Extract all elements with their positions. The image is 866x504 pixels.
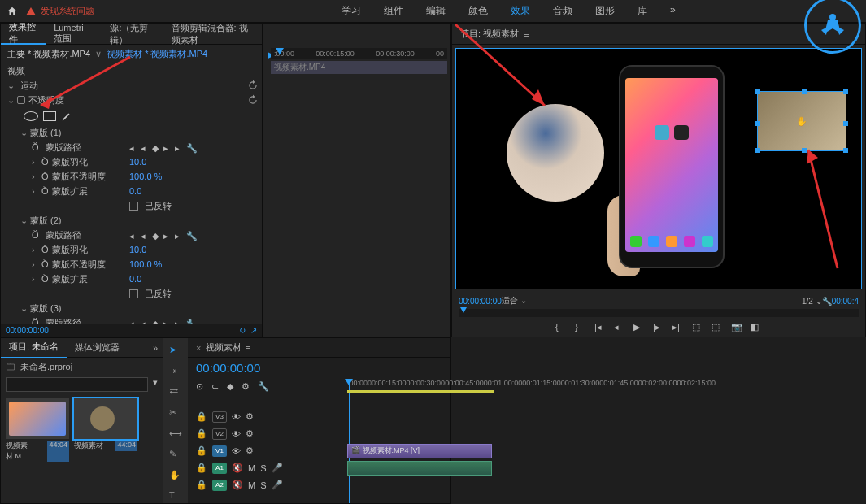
ws-learn[interactable]: 学习 — [342, 4, 361, 18]
timeline-timecode[interactable]: 00:00:00:00 — [188, 358, 450, 378]
rect-mask-icon[interactable] — [43, 111, 56, 121]
extract-icon[interactable]: ⬚ — [712, 322, 723, 333]
tab-effect-controls[interactable]: 效果控件 — [1, 24, 46, 45]
search-input[interactable] — [6, 377, 148, 392]
mask-1-path[interactable]: Ŏ蒙版路径◂◂◆▸▸🔧 — [1, 140, 262, 154]
track-a1[interactable]: 🔒A1🔇MS🎤 — [196, 459, 447, 476]
mask-3[interactable]: ⌄蒙版 (3) — [1, 301, 262, 315]
program-timecode[interactable]: 00:00:00:00 — [459, 297, 502, 306]
program-canvas[interactable]: ✋ — [455, 48, 862, 289]
effects-timecode[interactable]: 00:00:00:00 — [6, 326, 49, 335]
mark-out-icon[interactable]: } — [575, 322, 586, 333]
tab-lumetri[interactable]: Lumetri 范围 — [46, 24, 102, 45]
export-icon[interactable]: ↗ — [250, 326, 257, 335]
fx-toggle[interactable] — [17, 96, 25, 104]
track-v2[interactable]: 🔒V2👁⚙ — [196, 425, 447, 442]
system-warning[interactable]: 发现系统问题 — [26, 5, 94, 17]
work-area-bar[interactable] — [347, 390, 494, 393]
mask-2-expand[interactable]: ›Ŏ蒙版扩展0.0 — [1, 272, 262, 286]
ws-graphics[interactable]: 图形 — [595, 4, 615, 18]
reset-icon[interactable] — [247, 94, 259, 106]
slip-tool-icon[interactable]: ⟷ — [169, 428, 182, 441]
motion-effect[interactable]: ⌄运动 — [1, 78, 262, 93]
track-select-tool-icon[interactable]: ⇥ — [169, 366, 182, 379]
snap-icon[interactable]: ⊙ — [196, 381, 203, 392]
mask-3-path[interactable]: Ŏ蒙版路径◂◂◆▸▸🔧 — [1, 315, 262, 324]
step-back-icon[interactable]: ◂| — [614, 322, 625, 333]
ws-assembly[interactable]: 组件 — [384, 4, 403, 18]
filter-icon[interactable]: ▾ — [153, 377, 158, 392]
step-fwd-icon[interactable]: |▸ — [653, 322, 664, 333]
kf-clip-bar[interactable]: 视频素材.MP4 — [271, 61, 447, 74]
mask-2-path[interactable]: Ŏ蒙版路径◂◂◆▸▸🔧 — [1, 228, 262, 242]
export-frame-icon[interactable]: 📷 — [731, 322, 742, 333]
hand-cursor-icon: ✋ — [796, 116, 807, 127]
audio-clip[interactable] — [347, 461, 492, 476]
wrench-icon[interactable]: 🔧 — [822, 297, 832, 306]
warning-text: 发现系统问题 — [41, 5, 94, 17]
reset-icon[interactable] — [247, 80, 259, 91]
track-a2[interactable]: 🔒A2🔇MS🎤 — [196, 476, 447, 493]
tab-source[interactable]: 源:（无剪辑） — [102, 24, 163, 45]
keyframe-nav[interactable]: ◂◂◆▸▸🔧 — [129, 231, 194, 239]
ws-edit[interactable]: 编辑 — [426, 4, 446, 18]
mask-1-expand[interactable]: ›Ŏ蒙版扩展0.0 — [1, 184, 262, 198]
ws-audio[interactable]: 音频 — [553, 4, 572, 18]
rect-mask-selection[interactable]: ✋ — [757, 91, 846, 151]
svg-point-0 — [829, 14, 836, 20]
program-monitor: 节目: 视频素材≡ ✋ 00:00:00:00 适合 ⌄ 1/2 ⌄ 🔧 00:… — [451, 23, 866, 337]
mark-in-icon[interactable]: { — [555, 322, 567, 333]
mask-2-opacity[interactable]: ›Ŏ蒙版不透明度100.0 % — [1, 257, 262, 272]
marker-icon[interactable]: ◆ — [227, 381, 233, 392]
home-icon[interactable] — [7, 6, 18, 17]
go-out-icon[interactable]: ▸| — [672, 322, 684, 333]
type-tool-icon[interactable]: T — [169, 490, 182, 503]
ellipse-mask-icon[interactable] — [24, 111, 38, 121]
overflow-icon[interactable]: » — [153, 343, 163, 353]
kf-playhead[interactable] — [276, 48, 284, 54]
lift-icon[interactable]: ⬚ — [692, 322, 703, 333]
pen-mask-icon[interactable] — [61, 111, 72, 122]
hand-tool-icon[interactable]: ✋ — [169, 470, 182, 483]
timeline-ruler[interactable]: :00:0000:00:15:0000:00:30:0000:00:45:000… — [347, 379, 447, 390]
pen-tool-icon[interactable]: ✎ — [169, 449, 182, 462]
mask-1-invert[interactable]: 已反转 — [1, 198, 262, 213]
tab-audio-mixer[interactable]: 音频剪辑混合器: 视频素材 — [163, 24, 262, 45]
program-controls: 00:00:00:00 适合 ⌄ 1/2 ⌄ 🔧 00:00:4 { } |◂ … — [452, 293, 865, 337]
ripple-tool-icon[interactable]: ⮂ — [169, 386, 182, 399]
bin-icon — [6, 362, 15, 371]
video-clip[interactable]: 🎬 视频素材.MP4 [V] — [347, 444, 492, 458]
ws-color[interactable]: 颜色 — [468, 4, 488, 18]
bin-item-2[interactable]: 视频素材44:04 — [74, 398, 137, 463]
opacity-effect[interactable]: ⌄不透明度 — [1, 93, 262, 107]
kf-ruler[interactable]: :00:0000:00:15:0000:00:30:0000 — [271, 48, 447, 59]
keyframe-nav[interactable]: ◂◂◆▸▸🔧 — [129, 143, 194, 151]
wrench-icon[interactable]: 🔧 — [258, 381, 269, 392]
bin-item-1[interactable]: 视频素材.M...44:04 — [6, 398, 69, 463]
razor-tool-icon[interactable]: ✂ — [169, 407, 182, 420]
keyframe-timeline[interactable]: ▶ :00:0000:00:15:0000:00:30:0000 视频素材.MP… — [262, 24, 450, 337]
ws-effects[interactable]: 效果 — [511, 4, 530, 18]
compare-icon[interactable]: ◧ — [751, 322, 762, 333]
mask-2-feather[interactable]: ›Ŏ蒙版羽化10.0 — [1, 242, 262, 257]
mask-2-invert[interactable]: 已反转 — [1, 286, 262, 301]
play-icon[interactable]: ▶ — [633, 322, 645, 333]
mask-1[interactable]: ⌄蒙版 (1) — [1, 125, 262, 140]
program-duration: 00:00:4 — [832, 297, 859, 306]
keyframe-nav[interactable]: ◂◂◆▸▸🔧 — [129, 319, 194, 324]
ws-library[interactable]: 库 — [638, 4, 647, 18]
settings-icon[interactable]: ⚙ — [242, 381, 250, 392]
program-scrubber[interactable] — [459, 309, 859, 317]
ws-overflow[interactable]: » — [670, 4, 676, 18]
mask-1-opacity[interactable]: ›Ŏ蒙版不透明度100.0 % — [1, 169, 262, 184]
link-icon[interactable]: ⊂ — [211, 381, 219, 392]
tab-media-browser[interactable]: 媒体浏览器 — [67, 337, 128, 358]
mask-2[interactable]: ⌄蒙版 (2) — [1, 213, 262, 228]
loop-icon[interactable]: ↻ — [239, 326, 246, 335]
selection-tool-icon[interactable]: ➤ — [169, 345, 182, 358]
track-v1[interactable]: 🔒V1👁⚙ 🎬 视频素材.MP4 [V] — [196, 442, 447, 459]
mask-1-feather[interactable]: ›Ŏ蒙版羽化10.0 — [1, 154, 262, 169]
go-in-icon[interactable]: |◂ — [594, 322, 606, 333]
track-v3[interactable]: 🔒V3👁⚙ — [196, 408, 447, 425]
tab-project[interactable]: 项目: 未命名 — [1, 337, 67, 358]
